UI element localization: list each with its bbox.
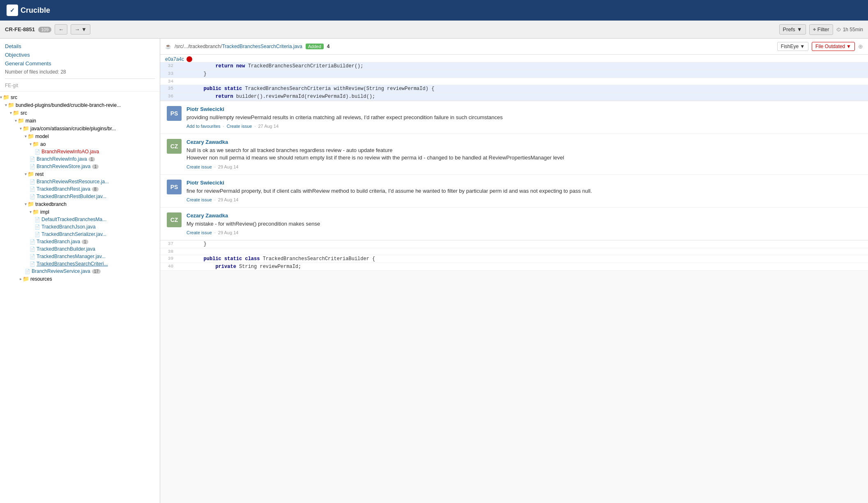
- folder-label: impl: [40, 209, 49, 215]
- folder-label: src: [11, 95, 17, 100]
- comment-action-link[interactable]: Create issue: [186, 197, 212, 202]
- tree-item-TrackedBranch[interactable]: 📄TrackedBranch.java1: [0, 238, 160, 245]
- folder-label: src: [21, 110, 27, 116]
- general-comments-link[interactable]: General Comments: [5, 59, 155, 68]
- comment-author: Piotr Swiecicki: [186, 106, 861, 112]
- commit-hash[interactable]: e0a7a4c: [165, 56, 184, 62]
- chevron-icon: ▾: [0, 95, 2, 99]
- filter-button[interactable]: ⌖ Filter: [809, 24, 833, 35]
- tree-item-main-folder[interactable]: ▾📁main: [0, 117, 160, 125]
- line-number: 36: [160, 93, 177, 101]
- file-icon: 📄: [35, 224, 40, 230]
- comment-action-link[interactable]: Add to favourites: [186, 124, 221, 129]
- code-block-bottom: 37 } 38 39 public static class TrackedBr…: [160, 240, 868, 271]
- tree-item-resources-folder[interactable]: ▸📁resources: [0, 275, 160, 283]
- review-comment-count: 109: [38, 27, 51, 32]
- code-line: 35 public static TrackedBranchesSearchCr…: [160, 85, 868, 93]
- tree-item-DefaultTrackedBranchesMa[interactable]: 📄DefaultTrackedBranchesMa...: [0, 216, 160, 223]
- tree-item-BranchReviewRestResource[interactable]: 📄BranchReviewRestResource.ja...: [0, 178, 160, 185]
- code-block-top: 32 return new TrackedBranchesSearchCrite…: [160, 62, 868, 101]
- comment-entry: CZ Cezary Zawadka My mistake - for withR…: [160, 208, 868, 240]
- app-header: ✓ Crucible: [0, 0, 868, 21]
- file-icon: 📄: [35, 217, 40, 222]
- tree-item-TrackedBranchRest[interactable]: 📄TrackedBranchRest.java8: [0, 185, 160, 193]
- tree-item-TrackedBranchRestBuilder[interactable]: 📄TrackedBranchRestBuilder.jav...: [0, 193, 160, 200]
- crucible-logo-icon: ✓: [7, 5, 18, 16]
- code-line: 38: [160, 248, 868, 255]
- line-code: }: [177, 70, 868, 78]
- folder-label: rest: [35, 171, 44, 177]
- tree-item-impl-folder[interactable]: ▾📁impl: [0, 208, 160, 216]
- avatar: CZ: [167, 212, 182, 227]
- comment-line: My mistake - for withReview() preconditi…: [186, 220, 861, 228]
- tree-item-rest-folder[interactable]: ▾📁rest: [0, 170, 160, 178]
- tree-item-bundled-folder[interactable]: ▾📁bundled-plugins/bundled/crucible-branc…: [0, 101, 160, 109]
- tree-item-ao-folder[interactable]: ▾📁ao: [0, 140, 160, 148]
- app-name: Crucible: [21, 6, 50, 15]
- comment-action-link[interactable]: Create issue: [186, 164, 212, 169]
- chevron-icon: ▾: [25, 134, 27, 138]
- nav-divider: [5, 78, 155, 79]
- comment-body: Cezary Zawadka My mistake - for withRevi…: [186, 212, 861, 235]
- filter-label: Filter: [817, 26, 829, 32]
- tree-item-trackedbranch-folder[interactable]: ▾📁trackedbranch: [0, 200, 160, 208]
- expand-left-button[interactable]: ←: [55, 24, 67, 35]
- comment-actions: Add to favourites · Create issue · 27 Au…: [186, 124, 861, 129]
- folder-label: model: [35, 134, 49, 139]
- compare-icon: ⊕: [858, 43, 863, 50]
- tree-item-TrackedBranchJson[interactable]: 📄TrackedBranchJson.java: [0, 223, 160, 231]
- tree-item-TrackedBranchBuilder[interactable]: 📄TrackedBranchBuilder.java: [0, 245, 160, 253]
- tree-item-TrackedBranchesSearchCriteri[interactable]: 📄TrackedBranchesSearchCriteri...: [0, 260, 160, 268]
- details-link[interactable]: Details: [5, 42, 155, 51]
- file-outdated-button[interactable]: File Outdated ▼: [812, 42, 855, 51]
- comment-action-link[interactable]: Create issue: [186, 230, 212, 235]
- comment-author: Piotr Swiecicki: [186, 180, 861, 186]
- folder-icon: 📁: [8, 102, 14, 108]
- line-code: [177, 248, 868, 255]
- tree-item-TrackedBranchSerializer[interactable]: 📄TrackedBranchSerializer.jav...: [0, 231, 160, 238]
- folder-icon: 📁: [32, 141, 39, 147]
- line-code: [177, 78, 868, 85]
- action-separator: ·: [254, 124, 256, 129]
- fisheye-label: FishEye: [781, 44, 799, 49]
- comment-author: Cezary Zawadka: [186, 212, 861, 219]
- tree-item-java-folder[interactable]: ▾📁java/com/atlassian/crucible/plugins/br…: [0, 125, 160, 132]
- folder-icon: 📁: [18, 118, 24, 124]
- objectives-link[interactable]: Objectives: [5, 51, 155, 59]
- prefs-button[interactable]: Prefs ▼: [779, 24, 806, 35]
- tree-item-BranchReviewInfoAO[interactable]: 📄BranchReviewInfoAO.java: [0, 148, 160, 155]
- expand-right-button[interactable]: → ▼: [71, 24, 90, 35]
- file-badge: 1: [92, 164, 99, 169]
- clock-icon: ⏲: [836, 27, 841, 32]
- file-label: BranchReviewStore.java: [37, 164, 90, 169]
- file-badge: 17: [92, 269, 101, 274]
- tree-item-BranchReviewInfo[interactable]: 📄BranchReviewInfo.java1: [0, 155, 160, 163]
- folder-label: bundled-plugins/bundled/crucible-branch-…: [16, 102, 121, 108]
- file-icon: 📄: [30, 194, 35, 199]
- tree-item-TrackedBranchesManager[interactable]: 📄TrackedBranchesManager.jav...: [0, 253, 160, 260]
- folder-icon: 📁: [28, 201, 34, 207]
- comment-date: 29 Aug 14: [218, 164, 239, 169]
- tree-item-model-folder[interactable]: ▾📁model: [0, 132, 160, 140]
- file-name: TrackedBranchesSearchCriteria.java: [222, 44, 302, 49]
- fisheye-button[interactable]: FishEye ▼: [777, 42, 808, 51]
- file-count-info: Number of files included: 28: [5, 68, 155, 76]
- file-badge: 1: [82, 240, 88, 244]
- folder-label: java/com/atlassian/crucible/plugins/br..…: [30, 126, 116, 132]
- folder-icon: 📁: [23, 276, 29, 282]
- commit-bar: e0a7a4c: [160, 55, 868, 62]
- logo[interactable]: ✓ Crucible: [7, 5, 50, 16]
- review-id: CR-FE-8851: [5, 26, 35, 32]
- tree-item-BranchReviewService[interactable]: 📄BranchReviewService.java17: [0, 268, 160, 275]
- file-type-icon: ☕: [165, 44, 171, 49]
- avatar: PS: [167, 180, 182, 194]
- tree-item-BranchReviewStore[interactable]: 📄BranchReviewStore.java1: [0, 163, 160, 170]
- comment-date: 29 Aug 14: [218, 197, 239, 202]
- code-line: 34: [160, 78, 868, 85]
- tree-item-src-folder[interactable]: ▾📁src: [0, 93, 160, 101]
- comment-action-link[interactable]: Create issue: [227, 124, 252, 129]
- repo-label: FE-git: [5, 81, 155, 90]
- tree-item-src2-folder[interactable]: ▾📁src: [0, 109, 160, 117]
- file-outdated-chevron-icon: ▼: [846, 44, 851, 49]
- line-code: return new TrackedBranchesSearchCriteria…: [177, 62, 868, 70]
